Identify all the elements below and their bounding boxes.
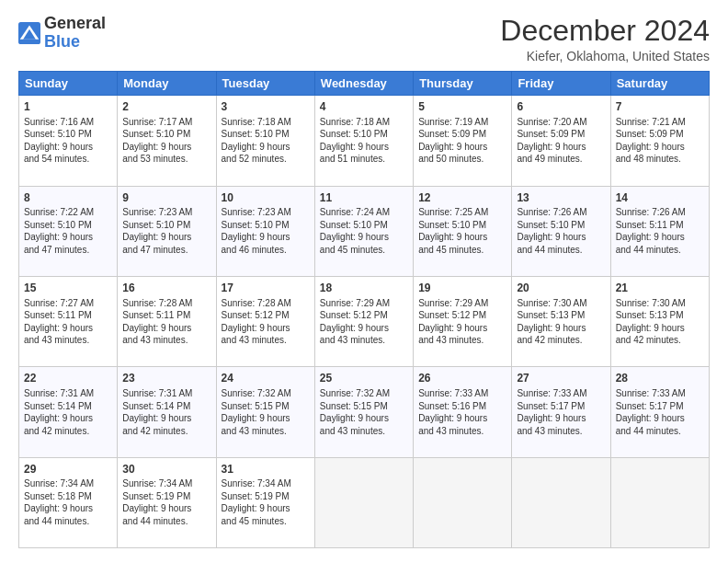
day-info: Sunrise: 7:29 AM Sunset: 5:12 PM Dayligh… [418,297,506,347]
daylight-label: Daylight: 9 hours [517,232,586,242]
calendar-day: 21 Sunrise: 7:30 AM Sunset: 5:13 PM Dayl… [610,276,709,366]
week-row-3: 15 Sunrise: 7:27 AM Sunset: 5:11 PM Dayl… [19,276,710,366]
week-row-5: 29 Sunrise: 7:34 AM Sunset: 5:18 PM Dayl… [19,457,710,547]
col-tuesday: Tuesday [216,72,314,96]
daylight-label: Daylight: 9 hours [320,323,389,333]
day-info: Sunrise: 7:34 AM Sunset: 5:18 PM Dayligh… [24,477,112,527]
calendar-day [414,457,512,547]
daylight-minutes: and 42 minutes. [517,335,582,345]
day-number: 23 [122,371,210,386]
calendar-day: 25 Sunrise: 7:32 AM Sunset: 5:15 PM Dayl… [314,367,413,457]
day-info: Sunrise: 7:31 AM Sunset: 5:14 PM Dayligh… [122,387,210,437]
daylight-minutes: and 53 minutes. [122,154,188,164]
sunset-label: Sunset: 5:10 PM [222,129,290,139]
col-wednesday: Wednesday [314,72,413,96]
logo-line2: Blue [44,33,106,52]
daylight-label: Daylight: 9 hours [24,323,93,333]
day-info: Sunrise: 7:24 AM Sunset: 5:10 PM Dayligh… [320,206,408,256]
day-number: 1 [24,99,112,115]
sunrise-label: Sunrise: 7:31 AM [24,388,94,398]
day-number: 30 [122,462,210,477]
calendar-day: 24 Sunrise: 7:32 AM Sunset: 5:15 PM Dayl… [216,367,314,457]
week-row-1: 1 Sunrise: 7:16 AM Sunset: 5:10 PM Dayli… [19,96,710,186]
calendar-day: 26 Sunrise: 7:33 AM Sunset: 5:16 PM Dayl… [414,367,512,457]
logo-line1: General [44,15,106,33]
daylight-minutes: and 52 minutes. [222,154,287,164]
daylight-label: Daylight: 9 hours [222,142,290,152]
calendar-day: 13 Sunrise: 7:26 AM Sunset: 5:10 PM Dayl… [512,186,610,276]
calendar-day [314,457,413,547]
day-info: Sunrise: 7:28 AM Sunset: 5:12 PM Dayligh… [222,297,310,347]
day-number: 22 [24,371,112,386]
daylight-minutes: and 47 minutes. [24,245,89,255]
calendar-day: 10 Sunrise: 7:23 AM Sunset: 5:10 PM Dayl… [216,186,314,276]
daylight-minutes: and 44 minutes. [122,516,188,526]
daylight-label: Daylight: 9 hours [616,323,685,333]
sunrise-label: Sunrise: 7:22 AM [24,207,94,217]
sunset-label: Sunset: 5:10 PM [222,220,290,230]
sunrise-label: Sunrise: 7:23 AM [122,207,192,217]
day-info: Sunrise: 7:17 AM Sunset: 5:10 PM Dayligh… [122,116,210,166]
daylight-label: Daylight: 9 hours [122,413,191,423]
sunrise-label: Sunrise: 7:34 AM [24,478,94,488]
daylight-label: Daylight: 9 hours [418,323,487,333]
sunrise-label: Sunrise: 7:26 AM [616,207,686,217]
calendar-table: Sunday Monday Tuesday Wednesday Thursday… [18,71,710,548]
daylight-label: Daylight: 9 hours [222,413,290,423]
sunset-label: Sunset: 5:10 PM [122,129,190,139]
day-number: 28 [616,371,704,386]
sunset-label: Sunset: 5:13 PM [517,310,585,320]
sunset-label: Sunset: 5:09 PM [517,129,585,139]
sunrise-label: Sunrise: 7:24 AM [320,207,390,217]
day-info: Sunrise: 7:21 AM Sunset: 5:09 PM Dayligh… [616,116,704,166]
calendar-day: 3 Sunrise: 7:18 AM Sunset: 5:10 PM Dayli… [216,96,314,186]
sunrise-label: Sunrise: 7:16 AM [24,117,94,127]
col-saturday: Saturday [610,72,709,96]
daylight-minutes: and 42 minutes. [24,426,89,436]
sunrise-label: Sunrise: 7:23 AM [222,207,291,217]
daylight-minutes: and 44 minutes. [24,516,89,526]
daylight-label: Daylight: 9 hours [222,323,290,333]
sunset-label: Sunset: 5:10 PM [24,129,92,139]
calendar-day: 19 Sunrise: 7:29 AM Sunset: 5:12 PM Dayl… [414,276,512,366]
day-number: 15 [24,281,112,296]
sunrise-label: Sunrise: 7:33 AM [517,388,586,398]
title-block: December 2024 Kiefer, Oklahoma, United S… [500,15,710,63]
day-number: 29 [24,462,112,477]
day-info: Sunrise: 7:18 AM Sunset: 5:10 PM Dayligh… [222,116,310,166]
week-row-2: 8 Sunrise: 7:22 AM Sunset: 5:10 PM Dayli… [19,186,710,276]
daylight-label: Daylight: 9 hours [24,413,93,423]
sunset-label: Sunset: 5:19 PM [122,491,190,501]
calendar-day: 9 Sunrise: 7:23 AM Sunset: 5:10 PM Dayli… [118,186,216,276]
sunrise-label: Sunrise: 7:29 AM [418,298,488,308]
daylight-minutes: and 45 minutes. [222,516,287,526]
sunset-label: Sunset: 5:18 PM [24,491,92,501]
day-info: Sunrise: 7:18 AM Sunset: 5:10 PM Dayligh… [320,116,408,166]
calendar-day: 22 Sunrise: 7:31 AM Sunset: 5:14 PM Dayl… [19,367,118,457]
sunset-label: Sunset: 5:14 PM [122,401,190,411]
sunrise-label: Sunrise: 7:25 AM [418,207,488,217]
sunrise-label: Sunrise: 7:29 AM [320,298,390,308]
calendar-day: 6 Sunrise: 7:20 AM Sunset: 5:09 PM Dayli… [512,96,610,186]
day-info: Sunrise: 7:27 AM Sunset: 5:11 PM Dayligh… [24,297,112,347]
day-number: 25 [320,371,408,386]
calendar-day: 15 Sunrise: 7:27 AM Sunset: 5:11 PM Dayl… [19,276,118,366]
sunset-label: Sunset: 5:19 PM [222,491,290,501]
week-row-4: 22 Sunrise: 7:31 AM Sunset: 5:14 PM Dayl… [19,367,710,457]
day-number: 16 [122,281,210,296]
day-info: Sunrise: 7:31 AM Sunset: 5:14 PM Dayligh… [24,387,112,437]
day-info: Sunrise: 7:32 AM Sunset: 5:15 PM Dayligh… [320,387,408,437]
day-info: Sunrise: 7:22 AM Sunset: 5:10 PM Dayligh… [24,206,112,256]
daylight-minutes: and 42 minutes. [616,335,681,345]
sunset-label: Sunset: 5:16 PM [418,401,486,411]
day-info: Sunrise: 7:33 AM Sunset: 5:17 PM Dayligh… [616,387,704,437]
sunrise-label: Sunrise: 7:28 AM [222,298,291,308]
daylight-label: Daylight: 9 hours [517,142,586,152]
daylight-minutes: and 43 minutes. [122,335,188,345]
calendar-day: 28 Sunrise: 7:33 AM Sunset: 5:17 PM Dayl… [610,367,709,457]
sunrise-label: Sunrise: 7:33 AM [418,388,488,398]
sunset-label: Sunset: 5:10 PM [418,220,486,230]
day-number: 21 [616,281,704,296]
day-info: Sunrise: 7:34 AM Sunset: 5:19 PM Dayligh… [122,477,210,527]
logo-icon [18,22,40,44]
